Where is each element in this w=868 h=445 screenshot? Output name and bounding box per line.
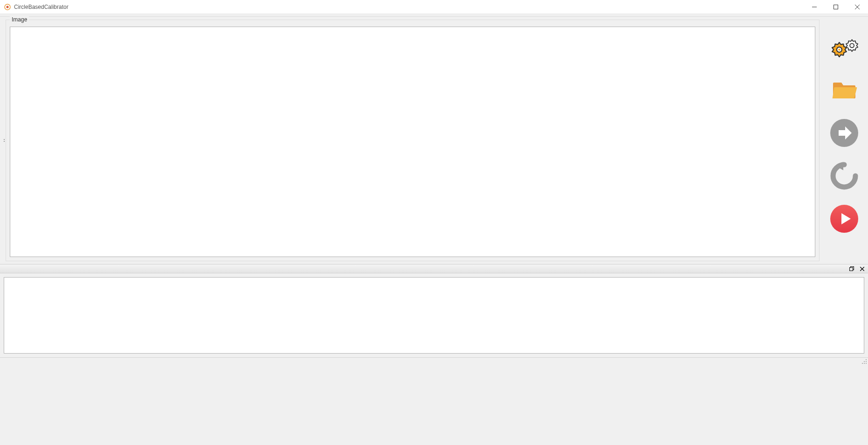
image-canvas[interactable] [10,27,815,257]
titlebar: CircleBasedCalibrator [0,0,868,14]
reload-icon [829,161,859,192]
dock-header[interactable] [0,264,868,273]
svg-point-17 [866,361,867,362]
settings-icon [829,32,859,63]
bottom-dock-panel [0,264,868,357]
svg-point-16 [864,361,865,362]
play-button[interactable] [829,204,859,234]
svg-point-20 [866,363,867,364]
image-group-label: Image [10,16,29,23]
svg-point-1 [7,6,9,8]
main-area: Image [0,17,868,264]
image-groupbox: Image [6,20,820,261]
folder-icon [831,80,857,102]
size-grip[interactable] [861,358,867,366]
svg-rect-3 [834,5,838,9]
maximize-button[interactable] [825,0,847,14]
titlebar-left: CircleBasedCalibrator [0,3,69,11]
dock-close-button[interactable] [859,265,865,272]
window-controls [804,0,868,14]
svg-point-15 [866,359,867,360]
play-icon [829,204,859,235]
log-textarea[interactable] [4,277,864,354]
svg-rect-12 [850,268,853,271]
dock-float-button[interactable] [848,265,855,272]
svg-point-8 [838,49,840,50]
app-icon [4,3,11,11]
close-button[interactable] [847,0,868,14]
dock-content [0,273,868,357]
svg-point-6 [850,43,854,48]
svg-point-19 [864,363,865,364]
svg-point-18 [862,363,863,364]
minimize-button[interactable] [804,0,825,14]
settings-button[interactable] [829,33,859,63]
open-folder-button[interactable] [829,76,859,105]
side-buttons [823,20,865,261]
reload-button[interactable] [829,161,859,191]
status-bar [0,357,868,367]
arrow-right-icon [829,118,859,149]
next-button[interactable] [829,118,859,148]
window-title: CircleBasedCalibrator [14,4,69,10]
